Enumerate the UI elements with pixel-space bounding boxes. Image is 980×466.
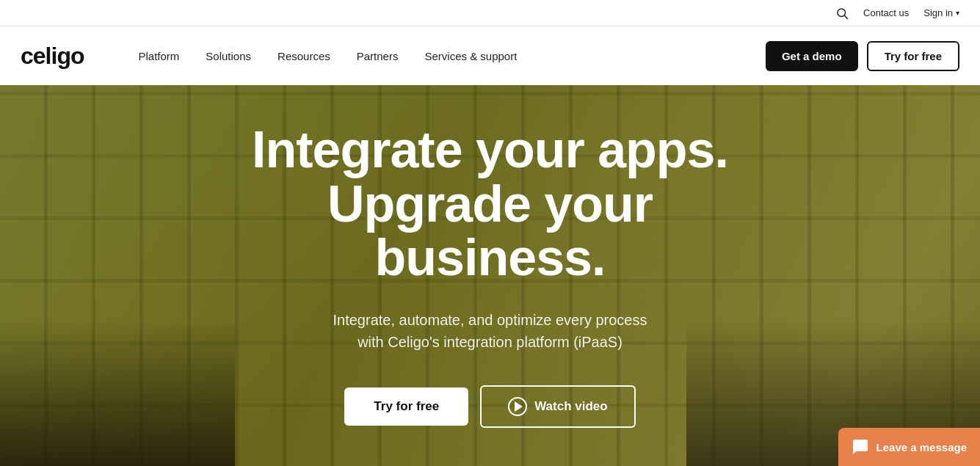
contact-us-link[interactable]: Contact us xyxy=(863,7,909,18)
logo[interactable]: celigo xyxy=(21,43,84,70)
nav-item-platform[interactable]: Platform xyxy=(128,44,189,68)
play-triangle-icon xyxy=(515,401,523,412)
hero-title-line2: business. xyxy=(375,229,606,286)
sign-in-dropdown[interactable]: Sign in ▾ xyxy=(923,7,959,18)
sign-in-label: Sign in xyxy=(923,7,953,18)
watch-video-button[interactable]: Watch video xyxy=(480,385,636,428)
nav-item-resources[interactable]: Resources xyxy=(267,44,341,68)
svg-line-1 xyxy=(844,15,847,18)
hero-title-line1: Integrate your apps. Upgrade your xyxy=(252,121,728,233)
hero-buttons: Try for free Watch video xyxy=(175,385,806,428)
chat-label: Leave a message xyxy=(876,441,967,454)
hero-subtitle: Integrate, automate, and optimize every … xyxy=(175,309,806,353)
play-circle-icon xyxy=(508,397,527,416)
try-free-hero-button[interactable]: Try for free xyxy=(344,387,468,426)
nav-item-solutions[interactable]: Solutions xyxy=(195,44,261,68)
hero-content: Integrate your apps. Upgrade your busine… xyxy=(160,123,821,428)
get-demo-button[interactable]: Get a demo xyxy=(766,41,858,71)
chevron-down-icon: ▾ xyxy=(956,9,959,17)
search-icon[interactable] xyxy=(835,7,849,20)
watch-video-label: Watch video xyxy=(534,399,608,414)
top-bar: Contact us Sign in ▾ xyxy=(0,0,980,26)
chat-bubble-icon xyxy=(852,438,869,456)
hero-title: Integrate your apps. Upgrade your busine… xyxy=(175,123,806,285)
nav-item-partners[interactable]: Partners xyxy=(346,44,409,68)
hero-section: Integrate your apps. Upgrade your busine… xyxy=(0,85,980,466)
try-free-nav-button[interactable]: Try for free xyxy=(867,41,959,71)
nav-links: Platform Solutions Resources Partners Se… xyxy=(128,44,765,68)
navbar: celigo Platform Solutions Resources Part… xyxy=(0,26,980,85)
nav-actions: Get a demo Try for free xyxy=(766,41,959,71)
chat-widget[interactable]: Leave a message xyxy=(838,428,980,466)
nav-item-services-support[interactable]: Services & support xyxy=(414,44,527,68)
